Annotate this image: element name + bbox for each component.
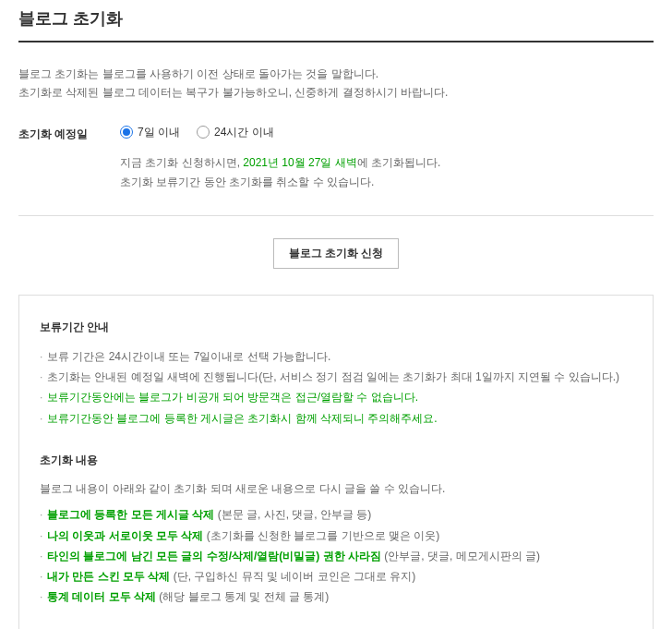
notice-date: 2021년 10월 27일 새벽 xyxy=(243,156,356,169)
section-hold-title: 보류기간 안내 xyxy=(40,320,632,335)
list-item: 블로그에 등록한 모든 게시글 삭제 (본문 글, 사진, 댓글, 안부글 등) xyxy=(40,504,632,525)
intro-line1: 블로그 초기화는 블로그를 사용하기 이전 상태로 돌아가는 것을 말합니다. xyxy=(18,65,654,83)
content-list: 블로그에 등록한 모든 게시글 삭제 (본문 글, 사진, 댓글, 안부글 등)… xyxy=(40,504,632,607)
notice-suffix: 에 초기화됩니다. xyxy=(357,156,441,169)
list-item: 보류 기간은 24시간이내 또는 7일이내로 선택 가능합니다. xyxy=(40,346,632,367)
schedule-label: 초기화 예정일 xyxy=(18,125,120,142)
radio-group: 7일 이내 24시간 이내 xyxy=(120,125,654,140)
radio-icon xyxy=(197,126,210,139)
page-title: 블로그 초기화 xyxy=(18,7,654,42)
section-content-title: 초기화 내용 xyxy=(40,453,632,468)
intro-line2: 초기화로 삭제된 블로그 데이터는 복구가 불가능하오니, 신중하게 결정하시기… xyxy=(18,83,654,102)
section-hold: 보류기간 안내 보류 기간은 24시간이내 또는 7일이내로 선택 가능합니다.… xyxy=(40,320,632,429)
list-item: 초기화는 안내된 예정일 새벽에 진행됩니다(단, 서비스 정기 점검 일에는 … xyxy=(40,367,632,387)
radio-icon xyxy=(120,126,133,139)
info-box: 보류기간 안내 보류 기간은 24시간이내 또는 7일이내로 선택 가능합니다.… xyxy=(18,295,654,629)
radio-7days[interactable]: 7일 이내 xyxy=(120,125,180,140)
reset-request-button[interactable]: 블로그 초기화 신청 xyxy=(273,238,400,269)
hold-list: 보류 기간은 24시간이내 또는 7일이내로 선택 가능합니다. 초기화는 안내… xyxy=(40,346,632,429)
radio-24hours[interactable]: 24시간 이내 xyxy=(197,125,274,140)
notice-prefix: 지금 초기화 신청하시면, xyxy=(120,156,243,169)
notice-line2: 초기화 보류기간 동안 초기화를 취소할 수 있습니다. xyxy=(120,173,654,193)
list-item: 보류기간동안 블로그에 등록한 게시글은 초기화시 함께 삭제되니 주의해주세요… xyxy=(40,408,632,429)
action-row: 블로그 초기화 신청 xyxy=(18,238,654,269)
section-content: 초기화 내용 블로그 내용이 아래와 같이 초기화 되며 새로운 내용으로 다시… xyxy=(40,453,632,608)
radio-24hours-label: 24시간 이내 xyxy=(214,125,274,140)
schedule-row: 초기화 예정일 7일 이내 24시간 이내 지금 초기화 신청하시면, 2021… xyxy=(18,125,654,216)
radio-7days-label: 7일 이내 xyxy=(138,125,180,140)
schedule-content: 7일 이내 24시간 이내 지금 초기화 신청하시면, 2021년 10월 27… xyxy=(120,125,654,193)
schedule-notice: 지금 초기화 신청하시면, 2021년 10월 27일 새벽에 초기화됩니다. … xyxy=(120,153,654,193)
list-item: 보류기간동안에는 블로그가 비공개 되어 방문객은 접근/열람할 수 없습니다. xyxy=(40,387,632,407)
list-item: 타인의 블로그에 남긴 모든 글의 수정/삭제/열람(비밀글) 권한 사라짐 (… xyxy=(40,546,632,566)
list-item: 나의 이웃과 서로이웃 모두 삭제 (초기화를 신청한 블로그를 기반으로 맺은… xyxy=(40,526,632,546)
list-item: 내가 만든 스킨 모두 삭제 (단, 구입하신 뮤직 및 네이버 코인은 그대로… xyxy=(40,566,632,587)
intro-text: 블로그 초기화는 블로그를 사용하기 이전 상태로 돌아가는 것을 말합니다. … xyxy=(18,65,654,103)
content-desc: 블로그 내용이 아래와 같이 초기화 되며 새로운 내용으로 다시 글을 쓸 수… xyxy=(40,479,632,500)
list-item: 통계 데이터 모두 삭제 (해당 블로그 통계 및 전체 글 통계) xyxy=(40,587,632,607)
